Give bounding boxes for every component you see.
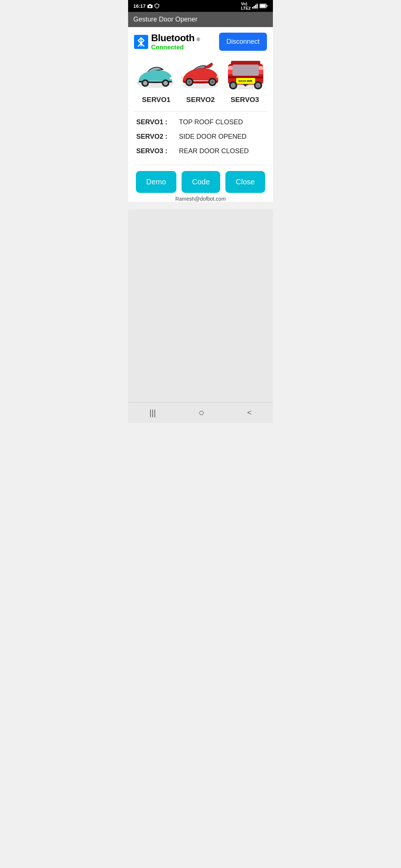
status-icons: Vo)LTE2 (241, 1, 268, 10)
svg-rect-37 (259, 66, 263, 70)
camera-icon (147, 4, 153, 8)
main-content: Bluetooth® Connected Disconnect (128, 27, 273, 202)
svg-point-24 (211, 81, 213, 83)
bluetooth-row: Bluetooth® Connected Disconnect (134, 32, 267, 51)
bluetooth-icon (134, 35, 148, 49)
disconnect-button[interactable]: Disconnect (219, 33, 267, 51)
bottom-nav[interactable]: ||| ○ < (128, 402, 273, 423)
servo-labels-row: SERVO1 SERVO2 SERVO3 (134, 96, 267, 104)
svg-point-26 (181, 77, 183, 79)
nav-home-icon[interactable]: ○ (191, 404, 212, 421)
servo2-value: SIDE DOOR OPENED (179, 133, 247, 141)
car-suv: DX19 MIR (224, 57, 267, 91)
servo3-name: SERVO3 : (136, 147, 175, 155)
divider-2 (134, 165, 267, 165)
car-mini (134, 62, 177, 91)
email-text: Ramesh@dofbot.com (175, 196, 226, 202)
status-bar: 16:17 Vo)LTE2 (128, 0, 273, 12)
svg-point-43 (244, 84, 247, 86)
svg-rect-30 (232, 65, 259, 76)
divider-1 (134, 111, 267, 112)
bluetooth-reg: ® (197, 37, 200, 42)
gray-area (128, 209, 273, 402)
title-bar: Gesture Door Opener (128, 12, 273, 27)
svg-point-41 (255, 83, 261, 88)
svg-rect-3 (152, 5, 153, 7)
svg-point-17 (170, 77, 173, 79)
nav-back-icon[interactable]: < (240, 405, 259, 420)
car-mclaren (179, 59, 222, 91)
time-display: 16:17 (133, 3, 146, 9)
servo-label-2: SERVO2 (179, 96, 222, 104)
svg-point-25 (216, 76, 219, 78)
svg-point-1 (149, 6, 151, 7)
svg-rect-5 (254, 6, 255, 9)
svg-rect-4 (252, 7, 253, 9)
svg-point-16 (163, 81, 168, 85)
svg-rect-6 (255, 5, 256, 9)
action-buttons: Demo Code Close (134, 171, 267, 193)
svg-point-39 (231, 83, 236, 88)
svg-rect-10 (267, 5, 268, 7)
servo1-value: TOP ROOF CLOSED (179, 118, 243, 126)
battery-icon (260, 4, 268, 8)
servo-status-block: SERVO1 : TOP ROOF CLOSED SERVO2 : SIDE D… (134, 115, 267, 165)
footer-email: Ramesh@dofbot.com (134, 196, 267, 202)
shield-icon (154, 3, 159, 9)
svg-point-14 (143, 81, 147, 85)
svg-text:DX19 MIR: DX19 MIR (238, 79, 252, 83)
servo-label-1: SERVO1 (134, 96, 178, 104)
servo3-value: REAR DOOR CLOSED (179, 147, 249, 155)
servo2-status-row: SERVO2 : SIDE DOOR OPENED (136, 133, 265, 141)
svg-point-21 (188, 81, 190, 83)
status-time: 16:17 (133, 3, 159, 9)
svg-rect-9 (260, 4, 266, 8)
servo1-name: SERVO1 : (136, 118, 175, 126)
nav-menu-icon[interactable]: ||| (142, 405, 163, 421)
bluetooth-info: Bluetooth® Connected (134, 32, 200, 51)
svg-rect-2 (149, 4, 151, 5)
cars-row: DX19 MIR (134, 57, 267, 91)
servo1-status-row: SERVO1 : TOP ROOF CLOSED (136, 118, 265, 126)
servo-label-3: SERVO3 (223, 96, 267, 104)
code-button[interactable]: Code (182, 171, 220, 193)
bluetooth-status: Connected (151, 44, 184, 51)
bluetooth-label: Bluetooth (151, 32, 195, 44)
bluetooth-text-group: Bluetooth® Connected (151, 32, 200, 51)
signal-icon (252, 3, 258, 9)
lte-icon: Vo)LTE2 (241, 1, 251, 10)
svg-rect-36 (228, 66, 232, 70)
svg-rect-7 (257, 4, 258, 9)
demo-button[interactable]: Demo (136, 171, 176, 193)
close-button[interactable]: Close (225, 171, 265, 193)
servo3-status-row: SERVO3 : REAR DOOR CLOSED (136, 147, 265, 155)
app-title: Gesture Door Opener (133, 16, 198, 23)
servo2-name: SERVO2 : (136, 133, 175, 141)
